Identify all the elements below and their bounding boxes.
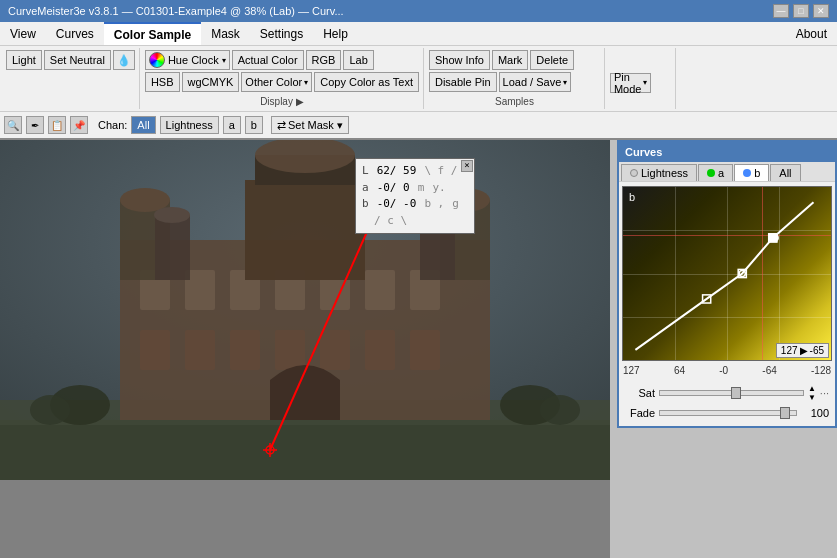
set-mask-button[interactable]: ⇄ Set Mask ▾ xyxy=(271,116,349,134)
lab-button[interactable]: Lab xyxy=(343,50,373,70)
title-bar-text: CurveMeister3e v3.8.1 — C01301-Example4 … xyxy=(8,5,344,17)
info-row-a: a -0/ 0 m y. xyxy=(362,180,468,197)
menu-view[interactable]: View xyxy=(0,22,46,45)
svg-rect-16 xyxy=(365,330,395,370)
secondary-toolbar: 🔍 ✒ 📋 📌 Chan: All Lightness a b ⇄ Set Ma… xyxy=(0,112,837,140)
menu-curves[interactable]: Curves xyxy=(46,22,104,45)
fade-value: 100 xyxy=(801,407,829,419)
x-label-4: -128 xyxy=(811,365,831,376)
set-mask-label: Set Mask ▾ xyxy=(288,119,343,132)
tab-b[interactable]: b xyxy=(734,164,769,181)
lightness-tab-dot xyxy=(630,169,638,177)
sat-slider-track[interactable] xyxy=(659,390,804,396)
title-bar: CurveMeister3e v3.8.1 — C01301-Example4 … xyxy=(0,0,837,22)
display-top-row: Hue Clock ▾ Actual Color RGB Lab xyxy=(145,50,374,70)
right-area: Curves Lightness a b All xyxy=(610,140,837,558)
disable-pin-button[interactable]: Disable Pin xyxy=(429,72,497,92)
mark-button[interactable]: Mark xyxy=(492,50,528,70)
chan-all-button[interactable]: All xyxy=(131,116,155,134)
fade-slider-thumb[interactable] xyxy=(780,407,790,419)
minimize-button[interactable]: — xyxy=(773,4,789,18)
svg-rect-1 xyxy=(0,420,610,480)
b-tab-label: b xyxy=(754,167,760,179)
svg-rect-25 xyxy=(155,215,190,280)
info-popup: × L 62/ 59 \ f / a -0/ 0 m y. b -0/ -0 b… xyxy=(355,158,475,234)
info-popup-close-button[interactable]: × xyxy=(461,160,473,172)
sat-menu[interactable]: ··· xyxy=(820,387,829,399)
curves-svg xyxy=(623,187,831,360)
hue-clock-button[interactable]: Hue Clock ▾ xyxy=(145,50,230,70)
svg-rect-14 xyxy=(275,330,305,370)
curves-title: Curves xyxy=(625,146,662,158)
picker-button[interactable]: 💧 xyxy=(113,50,135,70)
samples-bottom-row: Disable Pin Load / Save ▾ xyxy=(429,72,571,92)
pin-mode-button[interactable]: PinMode ▾ xyxy=(610,73,652,93)
menu-color-sample[interactable]: Color Sample xyxy=(104,22,201,45)
set-mask-arrows: ⇄ xyxy=(277,119,286,132)
chan-a-button[interactable]: a xyxy=(223,116,241,134)
paste-tool[interactable]: 📌 xyxy=(70,116,88,134)
menu-help[interactable]: Help xyxy=(313,22,358,45)
other-color-button[interactable]: Other Color ▾ xyxy=(241,72,312,92)
menu-bar: View Curves Color Sample Mask Settings H… xyxy=(0,22,837,46)
all-tab-label: All xyxy=(779,167,791,179)
toolbar-section-neutral: Light Set Neutral 💧 xyxy=(2,48,140,109)
curves-chart[interactable]: b 127 ▶ -65 xyxy=(622,186,832,361)
svg-rect-12 xyxy=(185,330,215,370)
show-info-button[interactable]: Show Info xyxy=(429,50,490,70)
chan-lightness-button[interactable]: Lightness xyxy=(160,116,219,134)
toolbar-section-display: Hue Clock ▾ Actual Color RGB Lab HSB wgC… xyxy=(141,48,424,109)
toolbar-section-samples: Show Info Mark Delete Disable Pin Load /… xyxy=(425,48,605,109)
menu-about[interactable]: About xyxy=(786,22,837,45)
main-toolbar: Light Set Neutral 💧 Hue Clock ▾ Actual C… xyxy=(0,46,837,112)
a-tab-dot xyxy=(707,169,715,177)
maximize-button[interactable]: □ xyxy=(793,4,809,18)
samples-top-row: Show Info Mark Delete xyxy=(429,50,574,70)
svg-rect-15 xyxy=(320,330,350,370)
tab-all[interactable]: All xyxy=(770,164,800,181)
chan-b-button[interactable]: b xyxy=(245,116,263,134)
menu-mask[interactable]: Mask xyxy=(201,22,250,45)
svg-rect-17 xyxy=(410,330,440,370)
svg-rect-11 xyxy=(140,330,170,370)
fade-slider-track[interactable] xyxy=(659,410,797,416)
light-button[interactable]: Light xyxy=(6,50,42,70)
sat-label: Sat xyxy=(625,387,655,399)
tab-a[interactable]: a xyxy=(698,164,733,181)
close-button[interactable]: ✕ xyxy=(813,4,829,18)
wgcmyk-button[interactable]: wgCMYK xyxy=(182,72,240,92)
menu-settings[interactable]: Settings xyxy=(250,22,313,45)
image-area[interactable]: × L 62/ 59 \ f / a -0/ 0 m y. b -0/ -0 b… xyxy=(0,140,610,558)
hue-clock-icon xyxy=(149,52,165,68)
rgb-button[interactable]: RGB xyxy=(306,50,342,70)
hue-clock-label: Hue Clock xyxy=(168,54,219,66)
actual-color-button[interactable]: Actual Color xyxy=(232,50,304,70)
display-expand-icon[interactable]: ▶ xyxy=(296,96,304,107)
curves-value-box: 127 ▶ -65 xyxy=(776,343,829,358)
svg-point-31 xyxy=(30,395,70,425)
curves-controls: Sat ▲ ▼ ··· Fade 100 xyxy=(619,380,835,426)
copy-tool[interactable]: 📋 xyxy=(48,116,66,134)
sat-slider-thumb[interactable] xyxy=(731,387,741,399)
x-label-2: -0 xyxy=(719,365,728,376)
eyedropper-tool[interactable]: ✒ xyxy=(26,116,44,134)
curves-panel: Curves Lightness a b All xyxy=(617,140,837,428)
svg-rect-13 xyxy=(230,330,260,370)
sat-arrows[interactable]: ▲ ▼ xyxy=(808,384,816,402)
sat-row: Sat ▲ ▼ ··· xyxy=(625,384,829,402)
svg-point-41 xyxy=(773,235,779,241)
samples-section-label: Samples xyxy=(429,94,600,107)
set-neutral-button[interactable]: Set Neutral xyxy=(44,50,111,70)
neutral-row: Light Set Neutral 💧 xyxy=(6,50,135,70)
hsb-button[interactable]: HSB xyxy=(145,72,180,92)
load-save-button[interactable]: Load / Save ▾ xyxy=(499,72,572,92)
delete-button[interactable]: Delete xyxy=(530,50,574,70)
copy-color-text-button[interactable]: Copy Color as Text xyxy=(314,72,419,92)
info-row-l: L 62/ 59 \ f / xyxy=(362,163,468,180)
chan-label: Chan: xyxy=(98,119,127,131)
zoom-tool[interactable]: 🔍 xyxy=(4,116,22,134)
svg-rect-18 xyxy=(245,180,365,280)
tab-lightness[interactable]: Lightness xyxy=(621,164,697,181)
image-svg xyxy=(0,140,610,480)
svg-rect-9 xyxy=(365,270,395,310)
